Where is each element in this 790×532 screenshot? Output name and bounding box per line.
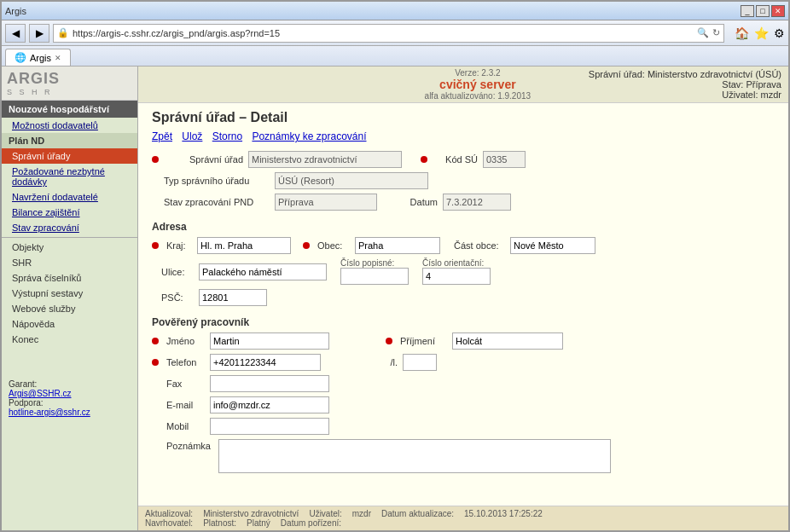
sidebar-item-stav-zpracovani[interactable]: Stav zpracování xyxy=(2,220,137,235)
save-action[interactable]: Ulož xyxy=(182,130,202,142)
cislo-orientacni-input[interactable] xyxy=(422,268,491,285)
sidebar-item-webove-sluzby[interactable]: Webové služby xyxy=(2,301,137,316)
uzivatel-footer-value: mzdr xyxy=(352,509,371,518)
spravni-urad-input[interactable] xyxy=(248,151,402,168)
form-row-poznamka: Poznámka xyxy=(152,439,775,473)
poznamka-label: Poznámka xyxy=(166,439,213,451)
back-action[interactable]: Zpět xyxy=(152,130,172,142)
psc-label: PSČ: xyxy=(161,292,194,303)
settings-icon[interactable]: ⚙ xyxy=(774,26,785,40)
home-icon[interactable]: 🏠 xyxy=(735,26,749,40)
search-icon: 🔍 xyxy=(697,27,709,38)
tab-bar: 🌐 Argis ✕ xyxy=(2,46,788,66)
email-label: E-mail xyxy=(166,400,205,410)
footer-row-2: Navrhovatel: Platnost: Platný Datum poří… xyxy=(145,518,781,528)
povereny-title: Pověřený pracovník xyxy=(152,316,775,328)
psc-input[interactable] xyxy=(199,289,267,306)
datum-porizeni-label: Datum pořízení: xyxy=(281,518,341,528)
url-input[interactable] xyxy=(73,28,697,38)
garant-link[interactable]: Argis@SSHR.cz xyxy=(9,389,72,398)
podpora-label: Podpora: xyxy=(9,398,131,408)
kraj-label: Kraj: xyxy=(166,240,192,251)
required-dot-telefon xyxy=(152,359,159,366)
sidebar-item-pozadovane[interactable]: Požadované nezbytné dodávky xyxy=(2,164,137,189)
sidebar-item-napoveda[interactable]: Nápověda xyxy=(2,316,137,332)
datum-label: Datum xyxy=(399,197,438,207)
favorites-icon[interactable]: ⭐ xyxy=(754,26,769,40)
back-button[interactable]: ◀ xyxy=(5,24,26,43)
maximize-button[interactable]: □ xyxy=(756,5,770,17)
platnost-value: Platný xyxy=(247,518,270,528)
stav-input[interactable] xyxy=(275,194,377,211)
active-tab[interactable]: 🌐 Argis ✕ xyxy=(5,49,71,66)
uzivatel-info: Uživatel: mzdr xyxy=(589,90,781,100)
typ-input[interactable] xyxy=(275,172,428,189)
minimize-button[interactable]: _ xyxy=(741,5,754,17)
required-dot-prijmeni xyxy=(386,338,392,344)
sidebar-divider-1 xyxy=(2,237,137,238)
right-panel: Verze: 2.3.2 cvičný server alfa aktualiz… xyxy=(138,66,788,530)
sidebar-item-konec[interactable]: Konec xyxy=(2,332,137,347)
cislo-popisne-label: Číslo popisné: xyxy=(340,258,409,268)
notes-action[interactable]: Poznámky ke zpracování xyxy=(252,130,366,142)
spravni-urad-label: Správní úřad xyxy=(166,154,243,165)
typ-label: Typ správního úřadu xyxy=(164,176,266,186)
sidebar-item-navrzeni[interactable]: Navržení dodavatelé xyxy=(2,189,137,205)
required-dot-spravni-urad xyxy=(152,156,159,163)
form-row-fax: Fax xyxy=(152,375,775,392)
cislo-popisne-input[interactable] xyxy=(340,268,409,285)
cast-obce-input[interactable] xyxy=(510,237,595,254)
close-button[interactable]: ✕ xyxy=(771,5,785,17)
sidebar-item-spravni-urady[interactable]: Správní úřady xyxy=(2,148,137,164)
version-info: Verze: 2.3.2 xyxy=(367,68,589,78)
form-row-kraj: Kraj: Obec: Část obce: xyxy=(152,237,775,254)
browser-window: Argis _ □ ✕ ◀ ▶ 🔒 🔍 ↻ 🏠 ⭐ ⚙ 🌐 Argis ✕ xyxy=(0,0,790,532)
form-section-adresa: Adresa Kraj: Obec: Část obce: Ul xyxy=(152,221,775,306)
user-info: Správní úřad: Ministerstvo zdravotnictví… xyxy=(589,69,781,100)
stav-info: Stav: Příprava xyxy=(589,79,781,90)
logo-sub: S S H R xyxy=(7,88,60,96)
obec-input[interactable] xyxy=(355,237,440,254)
sidebar-item-bilance[interactable]: Bilance zajištění xyxy=(2,205,137,220)
forward-button[interactable]: ▶ xyxy=(29,24,49,43)
sidebar-item-objekty[interactable]: Objekty xyxy=(2,240,137,255)
kod-su-input[interactable] xyxy=(483,151,526,168)
refresh-icon[interactable]: ↻ xyxy=(712,27,720,38)
ulice-input[interactable] xyxy=(199,263,327,280)
tab-close-button[interactable]: ✕ xyxy=(55,54,61,62)
sidebar-item-moznosti-dodavatelu[interactable]: Možnosti dodavatelů xyxy=(2,118,137,133)
email-input[interactable] xyxy=(210,396,329,413)
platnost-label: Platnost: xyxy=(203,518,236,528)
cancel-action[interactable]: Storno xyxy=(212,130,242,142)
logo-argis: ARGIS xyxy=(7,70,60,87)
sidebar-item-vystupni-sestavy[interactable]: Výstupní sestavy xyxy=(2,286,137,301)
adresa-title: Adresa xyxy=(152,221,775,233)
ulice-label: Ulice: xyxy=(161,267,194,277)
podpora-link[interactable]: hotline-argis@sshr.cz xyxy=(9,408,90,417)
mobil-input[interactable] xyxy=(210,418,329,435)
main-area: ARGIS S S H R Nouzové hospodářství Možno… xyxy=(2,66,788,530)
update-info: alfa aktualizováno: 1.9.2013 xyxy=(367,91,589,101)
linka-label: /l. xyxy=(329,357,398,367)
fax-input[interactable] xyxy=(210,375,329,392)
address-bar[interactable]: 🔒 🔍 ↻ xyxy=(53,24,724,43)
form-row-mobil: Mobil xyxy=(152,418,775,435)
navrhovatel-label: Navrhovatel: xyxy=(145,518,193,528)
window-title: Argis xyxy=(5,6,26,16)
sidebar-item-sprava-ciselniku[interactable]: Správa číselníků xyxy=(2,270,137,286)
datum-input[interactable] xyxy=(443,194,511,211)
telefon-input[interactable] xyxy=(210,354,321,371)
kraj-input[interactable] xyxy=(197,237,291,254)
poznamka-textarea[interactable] xyxy=(218,439,611,473)
sidebar-item-shr[interactable]: SHR xyxy=(2,255,137,270)
jmeno-input[interactable] xyxy=(210,332,329,350)
required-dot-kraj xyxy=(152,242,159,249)
linka-input[interactable] xyxy=(403,354,437,371)
stav-label: Stav zpracování PND xyxy=(164,197,266,207)
fax-label: Fax xyxy=(166,379,205,389)
form-section-main: Správní úřad Kód SÚ Typ správního úřadu xyxy=(152,151,775,211)
form-row-email: E-mail xyxy=(152,396,775,413)
spravni-urad-info: Správní úřad: Ministerstvo zdravotnictví… xyxy=(589,69,781,79)
sidebar: ARGIS S S H R Nouzové hospodářství Možno… xyxy=(2,66,138,530)
prijmeni-input[interactable] xyxy=(452,332,563,350)
